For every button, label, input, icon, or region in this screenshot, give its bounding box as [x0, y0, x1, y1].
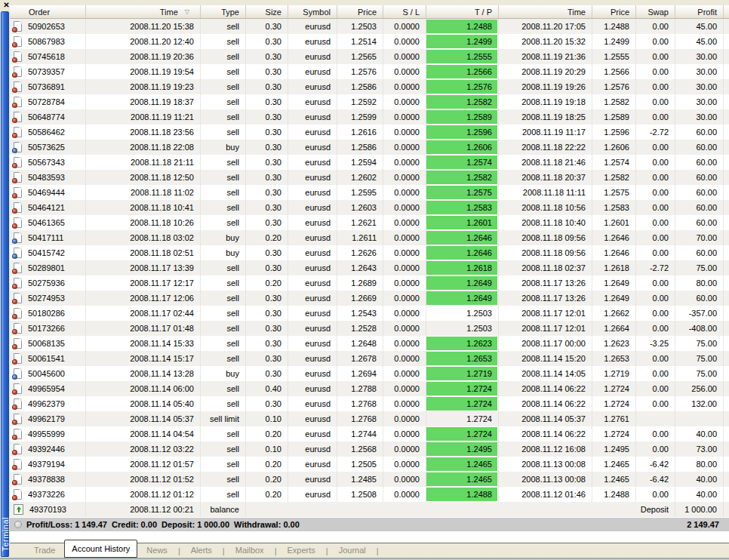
buy-order-icon	[14, 368, 22, 379]
tab-news[interactable]: News	[137, 543, 177, 558]
cell-profit: 80.00	[675, 275, 724, 291]
cell-open-time: 2008.11.14 15:33	[86, 336, 201, 351]
cell-swap: 0.00	[636, 230, 675, 245]
table-row[interactable]: 505864622008.11.18 23:56sell0.30eurusd1.…	[10, 125, 729, 140]
cell-open-time: 2008.11.18 10:41	[86, 200, 201, 215]
order-number: 50902653	[28, 22, 65, 31]
table-row[interactable]: 504835932008.11.18 12:50sell0.30eurusd1.…	[10, 170, 729, 185]
table-row[interactable]: 507287842008.11.19 18:37sell0.30eurusd1.…	[10, 94, 729, 109]
table-row[interactable]: 504157422008.11.18 02:51buy0.30eurusd1.2…	[10, 245, 729, 260]
sell-order-icon	[14, 308, 22, 318]
table-row[interactable]: 507393572008.11.19 19:54sell0.30eurusd1.…	[10, 64, 729, 79]
terminal-sidebar[interactable]: Terminal	[1, 11, 9, 557]
order-number: 50068135	[28, 339, 65, 348]
take-profit-value: 1.2649	[426, 291, 497, 305]
column-header-sl[interactable]: S / L	[383, 5, 426, 18]
table-row[interactable]: 493924462008.11.12 03:22sell0.10eurusd1.…	[10, 442, 729, 457]
column-header-swap[interactable]: Swap	[636, 5, 675, 18]
table-row[interactable]: 493701932008.11.12 00:21balanceDeposit1 …	[10, 502, 729, 517]
column-header-tp[interactable]: T / P	[426, 5, 499, 18]
cell-size: 0.30	[246, 366, 288, 381]
tab-journal[interactable]: Journal	[330, 543, 375, 558]
cell-stop-loss: 0.0000	[383, 64, 426, 79]
cell-order: 50061541	[10, 351, 86, 366]
table-row[interactable]: 499623792008.11.14 05:40sell0.30eurusd1.…	[10, 396, 729, 411]
sell-order-icon	[14, 82, 22, 92]
sell-order-icon	[14, 172, 22, 183]
table-row[interactable]: 499559992008.11.14 04:54sell0.20eurusd1.…	[10, 426, 729, 442]
cell-swap: 0.00	[636, 155, 675, 170]
tab-account-history[interactable]: Account History	[64, 540, 137, 558]
cell-filler	[724, 457, 729, 472]
column-header-symbol[interactable]: Symbol	[288, 5, 337, 18]
cell-profit: 75.00	[675, 336, 724, 351]
cell-take-profit: 1.2724	[426, 411, 499, 426]
table-row[interactable]: 504171112008.11.18 03:02buy0.20eurusd1.2…	[10, 230, 729, 245]
cell-take-profit: 1.2653	[426, 351, 499, 366]
table-row[interactable]: 493791942008.11.12 01:57sell0.20eurusd1.…	[10, 457, 729, 472]
cell-profit: 60.00	[675, 125, 724, 140]
column-header-order[interactable]: Order	[10, 5, 86, 18]
table-row[interactable]: 500681352008.11.14 15:33sell0.30eurusd1.…	[10, 336, 729, 351]
cell-size: 0.30	[246, 64, 288, 79]
cell-take-profit: 1.2601	[426, 215, 499, 230]
take-profit-value: 1.2582	[426, 171, 497, 184]
table-row[interactable]: 505736252008.11.18 22:08buy0.30eurusd1.2…	[10, 140, 729, 155]
cell-stop-loss: 0.0000	[383, 275, 426, 291]
table-row[interactable]: 504641212008.11.18 10:41sell0.30eurusd1.…	[10, 200, 729, 215]
column-header-type[interactable]: Type	[201, 5, 246, 18]
column-header-time[interactable]: Time▽	[86, 5, 201, 18]
table-row[interactable]: 499621792008.11.14 05:37sell limit0.10eu…	[10, 411, 729, 426]
table-row[interactable]: 509026532008.11.20 15:38sell0.30eurusd1.…	[10, 19, 729, 34]
table-row[interactable]: 499659542008.11.14 06:00sell0.40eurusd1.…	[10, 381, 729, 396]
take-profit-value: 1.2724	[426, 412, 497, 426]
column-header-size[interactable]: Size	[246, 5, 288, 18]
cell-take-profit: 1.2465	[426, 457, 499, 472]
table-row[interactable]: 507456182008.11.19 20:36sell0.30eurusd1.…	[10, 49, 729, 64]
table-row[interactable]: 501802862008.11.17 02:44sell0.30eurusd1.…	[10, 306, 729, 321]
cell-order: 50867983	[10, 34, 86, 49]
cell-filler	[724, 79, 729, 94]
table-row[interactable]: 493732262008.11.12 01:12sell0.20eurusd1.…	[10, 487, 729, 502]
column-header-price2[interactable]: Price	[592, 5, 636, 18]
tab-alerts[interactable]: Alerts	[182, 543, 221, 558]
cell-close-price: 1.2582	[592, 94, 636, 109]
column-header-label: S / L	[402, 8, 420, 17]
table-row[interactable]: 508679832008.11.20 12:40sell0.30eurusd1.…	[10, 34, 729, 49]
table-row[interactable]: 502759362008.11.17 12:17sell0.20eurusd1.…	[10, 275, 729, 291]
cell-type: sell limit	[201, 411, 246, 426]
table-row[interactable]: 493788382008.11.12 01:52sell0.20eurusd1.…	[10, 472, 729, 487]
table-row[interactable]: 502749532008.11.17 12:06sell0.30eurusd1.…	[10, 291, 729, 306]
order-number: 50415742	[28, 248, 65, 257]
tab-mailbox[interactable]: Mailbox	[226, 543, 273, 558]
table-row[interactable]: 500615412008.11.14 15:17sell0.30eurusd1.…	[10, 351, 729, 366]
tab-trade[interactable]: Trade	[25, 543, 64, 558]
column-header-price[interactable]: Price	[337, 5, 383, 18]
table-row[interactable]: 506487742008.11.19 11:21sell0.30eurusd1.…	[10, 109, 729, 125]
cell-symbol: eurusd	[288, 79, 337, 94]
cell-order: 50573625	[10, 140, 86, 155]
table-row[interactable]: 500456002008.11.14 13:28buy0.30eurusd1.2…	[10, 366, 729, 381]
cell-stop-loss: 0.0000	[383, 155, 426, 170]
column-header-time2[interactable]: Time	[499, 5, 592, 18]
cell-close-time: 2008.11.19 18:25	[499, 109, 592, 125]
tab-experts[interactable]: Experts	[278, 543, 324, 558]
order-number: 50274953	[28, 294, 65, 303]
table-row[interactable]: 502898012008.11.17 13:39sell0.30eurusd1.…	[10, 260, 729, 275]
table-row[interactable]: 504613652008.11.18 10:26sell0.30eurusd1.…	[10, 215, 729, 230]
column-header-profit[interactable]: Profit	[675, 5, 724, 18]
take-profit-value: 1.2503	[426, 306, 497, 320]
status-icon	[14, 521, 22, 528]
cell-symbol: eurusd	[288, 306, 337, 321]
cell-order: 49373226	[10, 487, 86, 502]
cell-stop-loss: 0.0000	[383, 185, 426, 200]
table-row[interactable]: 507368912008.11.19 19:23sell0.30eurusd1.…	[10, 79, 729, 94]
cell-open-price: 1.2626	[337, 245, 383, 260]
table-row[interactable]: 501732662008.11.17 01:48sell0.30eurusd1.…	[10, 321, 729, 336]
cell-close-price: 1.2582	[592, 170, 636, 185]
cell-open-time: 2008.11.18 02:51	[86, 245, 201, 260]
cell-type: balance	[201, 502, 246, 517]
table-row[interactable]: 505673432008.11.18 21:11sell0.30eurusd1.…	[10, 155, 729, 170]
cell-open-price: 1.2689	[337, 275, 383, 291]
table-row[interactable]: 504694442008.11.18 11:02sell0.30eurusd1.…	[10, 185, 729, 200]
